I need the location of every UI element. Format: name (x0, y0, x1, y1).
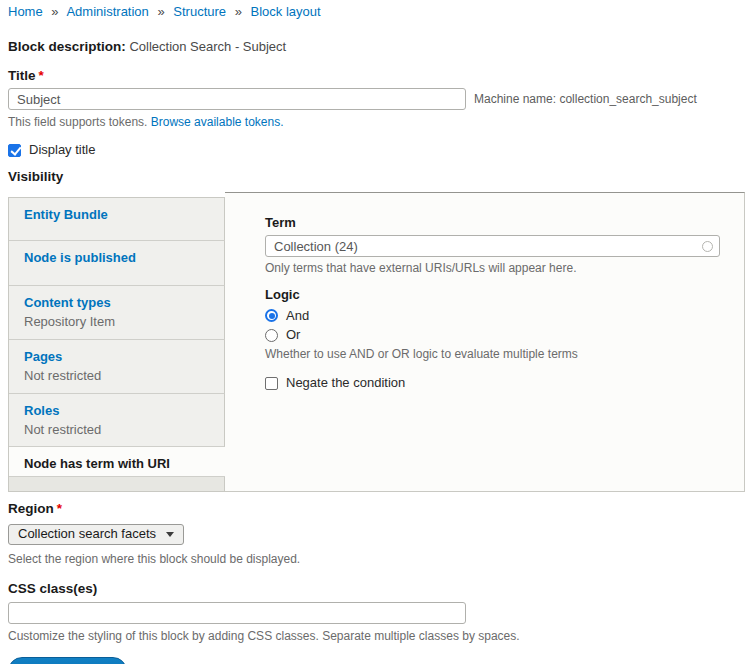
css-classes-description: Customize the styling of this block by a… (8, 629, 745, 644)
logic-label: Logic (265, 287, 744, 303)
region-description: Select the region where this block shoul… (8, 552, 745, 567)
tab-content-types[interactable]: Content types Repository Item (9, 286, 225, 340)
autocomplete-throbber-icon (702, 241, 713, 252)
logic-or-radio[interactable] (265, 329, 278, 342)
breadcrumb-link-structure[interactable]: Structure (173, 4, 226, 19)
tab-roles[interactable]: Roles Not restricted (9, 394, 225, 447)
breadcrumb-link-block-layout[interactable]: Block layout (251, 4, 321, 19)
block-description-value: Collection Search - Subject (129, 39, 286, 54)
title-help: This field supports tokens. Browse avail… (8, 115, 745, 130)
required-marker: * (39, 68, 44, 83)
css-classes-label: CSS class(es) (8, 581, 745, 598)
block-configure-page: Home » Administration » Structure » Bloc… (0, 0, 745, 664)
title-label: Title* (8, 68, 745, 85)
breadcrumb-separator: » (235, 4, 242, 19)
block-description-label: Block description: (8, 39, 126, 54)
logic-option-and: And (265, 308, 744, 324)
tabs-footer-strip (9, 477, 225, 491)
breadcrumb-separator: » (51, 4, 58, 19)
visibility-tabs: Entity Bundle Node is published Content … (8, 197, 225, 492)
breadcrumb-separator: » (157, 4, 164, 19)
display-title-row: Display title (8, 142, 745, 158)
term-label: Term (265, 215, 744, 231)
select-arrow-icon (166, 532, 174, 537)
logic-or-label: Or (286, 327, 300, 343)
term-autocomplete-input[interactable] (265, 235, 720, 257)
region-label: Region* (8, 501, 745, 518)
browse-tokens-link[interactable]: Browse available tokens. (151, 115, 284, 129)
visibility-panel: Term Only terms that have external URIs/… (8, 192, 745, 492)
display-title-checkbox[interactable] (8, 144, 21, 157)
visibility-heading: Visibility (8, 169, 745, 186)
logic-and-radio[interactable] (265, 309, 278, 322)
logic-and-label: And (286, 308, 309, 324)
breadcrumb-link-home[interactable]: Home (8, 4, 43, 19)
breadcrumb: Home » Administration » Structure » Bloc… (8, 4, 745, 20)
term-description: Only terms that have external URIs/URLs … (265, 261, 744, 276)
region-select[interactable]: Collection search facets (8, 524, 184, 545)
tab-pages[interactable]: Pages Not restricted (9, 340, 225, 394)
save-block-button[interactable]: Save block (8, 657, 127, 664)
css-classes-input[interactable] (8, 602, 466, 624)
required-marker: * (57, 501, 62, 516)
tab-node-has-term-with-uri[interactable]: Node has term with URI (9, 447, 225, 477)
tab-entity-bundle[interactable]: Entity Bundle (9, 198, 225, 241)
negate-row: Negate the condition (265, 375, 744, 391)
negate-condition-label: Negate the condition (286, 375, 405, 391)
display-title-label: Display title (29, 142, 95, 158)
form-actions: Save block Remove block (8, 657, 745, 664)
tab-node-is-published[interactable]: Node is published (9, 241, 225, 286)
breadcrumb-link-administration[interactable]: Administration (66, 4, 148, 19)
title-input[interactable] (8, 88, 466, 110)
logic-option-or: Or (265, 327, 744, 343)
block-description: Block description: Collection Search - S… (8, 39, 745, 56)
region-select-value: Collection search facets (18, 526, 156, 542)
logic-description: Whether to use AND or OR logic to evalua… (265, 347, 744, 362)
negate-condition-checkbox[interactable] (265, 377, 278, 390)
machine-name: Machine name: collection_search_subject (474, 92, 697, 107)
condition-panel: Term Only terms that have external URIs/… (225, 192, 745, 492)
